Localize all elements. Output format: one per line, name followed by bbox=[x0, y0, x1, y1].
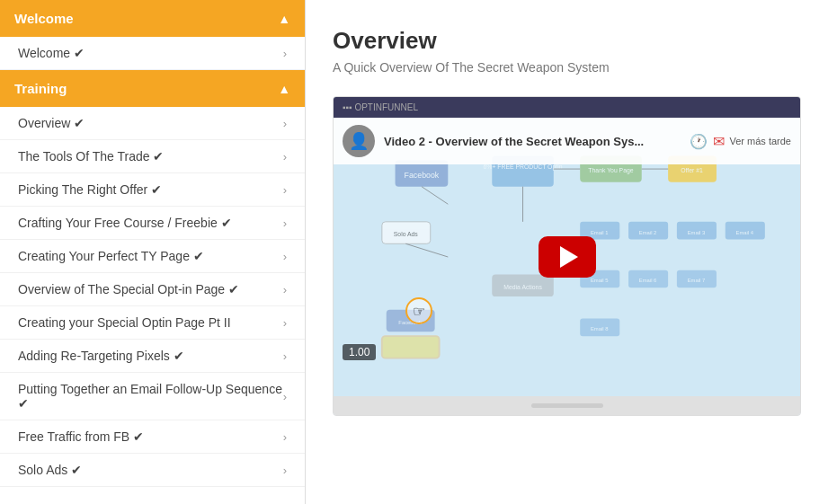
ver-mas-text: Ver más tarde bbox=[730, 136, 791, 146]
svg-line-8 bbox=[405, 243, 448, 257]
menu-item-picking-offer[interactable]: Picking The Right Offer ✔ › bbox=[0, 173, 305, 207]
svg-text:Solo Ads: Solo Ads bbox=[394, 231, 419, 237]
avatar: 👤 bbox=[343, 125, 375, 157]
svg-text:Email 8: Email 8 bbox=[591, 326, 609, 332]
chevron-welcome: › bbox=[283, 47, 287, 60]
menu-item-free-traffic[interactable]: Free Traffic from FB ✔ › bbox=[0, 420, 305, 454]
menu-item-label-special-optin: Overview of The Special Opt-in Page ✔ bbox=[18, 282, 239, 296]
svg-text:6%+ FREE PRODUCT Optin: 6%+ FREE PRODUCT Optin bbox=[484, 164, 563, 171]
menu-item-label-solo-ads: Solo Ads ✔ bbox=[18, 463, 82, 477]
svg-rect-33 bbox=[382, 336, 440, 358]
section-label-training: Training bbox=[14, 81, 67, 96]
chevron-email-sequence: › bbox=[283, 390, 287, 403]
menu-item-label-welcome: Welcome ✔ bbox=[18, 46, 85, 60]
chevron-special-optin-pt2: › bbox=[283, 316, 287, 330]
chevron-retargeting: › bbox=[283, 349, 287, 363]
chevron-overview: › bbox=[283, 117, 287, 130]
page-title: Overview bbox=[333, 27, 801, 55]
video-scrollbar-area bbox=[334, 396, 800, 415]
video-container: ▪▪▪ OPTINFUNNEL Facebook 6%+ FREE PRODUC… bbox=[333, 96, 801, 416]
svg-text:Media Actions: Media Actions bbox=[503, 284, 542, 290]
section-arrow-welcome: ▲ bbox=[278, 12, 290, 26]
sidebar: Welcome ▲ Welcome ✔ › Training ▲ Overvie… bbox=[0, 0, 306, 504]
menu-item-welcome[interactable]: Welcome ✔ › bbox=[0, 37, 305, 70]
scrollbar-thumb bbox=[531, 403, 603, 408]
menu-item-label-free-course: Crafting Your Free Course / Freebie ✔ bbox=[18, 216, 232, 230]
chevron-special-optin: › bbox=[283, 283, 287, 296]
menu-item-special-optin[interactable]: Overview of The Special Opt-in Page ✔ › bbox=[0, 273, 305, 306]
menu-item-label-perfect-page: Creating Your Perfect TY Page ✔ bbox=[18, 249, 204, 263]
play-button[interactable] bbox=[539, 236, 596, 278]
chevron-tools-trade: › bbox=[283, 150, 287, 164]
page-subtitle: A Quick Overview Of The Secret Weapon Sy… bbox=[333, 60, 801, 75]
chevron-free-traffic: › bbox=[283, 430, 287, 444]
video-icons: 🕐 ✉ Ver más tarde bbox=[690, 133, 791, 150]
menu-item-label-picking-offer: Picking The Right Offer ✔ bbox=[18, 182, 162, 197]
menu-item-label-tools-trade: The Tools Of The Trade ✔ bbox=[18, 149, 164, 164]
svg-text:Offer #1: Offer #1 bbox=[681, 167, 703, 173]
gmail-icon: ✉ bbox=[713, 133, 725, 150]
svg-text:Email 4: Email 4 bbox=[736, 230, 754, 235]
menu-item-free-course[interactable]: Crafting Your Free Course / Freebie ✔ › bbox=[0, 207, 305, 240]
svg-text:Email 3: Email 3 bbox=[688, 230, 706, 235]
svg-text:Email 7: Email 7 bbox=[688, 278, 706, 283]
menu-item-solo-ads[interactable]: Solo Ads ✔ › bbox=[0, 454, 305, 487]
section-label-welcome: Welcome bbox=[14, 11, 74, 26]
clock-icon: 🕐 bbox=[690, 133, 708, 150]
svg-line-6 bbox=[422, 187, 448, 205]
svg-text:Email 1: Email 1 bbox=[591, 230, 609, 235]
menu-item-perfect-page[interactable]: Creating Your Perfect TY Page ✔ › bbox=[0, 240, 305, 273]
section-header-welcome[interactable]: Welcome ▲ bbox=[0, 0, 305, 37]
main-content: Overview A Quick Overview Of The Secret … bbox=[306, 0, 828, 504]
menu-item-label-overview: Overview ✔ bbox=[18, 116, 85, 130]
menu-item-label-special-optin-pt2: Creating your Special Optin Page Pt II bbox=[18, 315, 231, 330]
menu-item-special-optin-pt2[interactable]: Creating your Special Optin Page Pt II › bbox=[0, 306, 305, 340]
svg-text:Email 2: Email 2 bbox=[639, 230, 657, 235]
chevron-picking-offer: › bbox=[283, 183, 287, 197]
svg-text:Email 5: Email 5 bbox=[591, 278, 609, 283]
menu-item-retargeting[interactable]: Adding Re-Targeting Pixels ✔ › bbox=[0, 340, 305, 373]
menu-item-label-free-traffic: Free Traffic from FB ✔ bbox=[18, 429, 144, 444]
svg-text:Email 6: Email 6 bbox=[639, 278, 657, 283]
hand-cursor-icon: ☞ bbox=[405, 297, 432, 324]
menu-item-tools-trade[interactable]: The Tools Of The Trade ✔ › bbox=[0, 140, 305, 173]
video-header-overlay: 👤 Video 2 - Overview of the Secret Weapo… bbox=[334, 118, 800, 164]
svg-text:Facebook: Facebook bbox=[405, 171, 440, 180]
timestamp-badge: 1.00 bbox=[343, 344, 376, 360]
chevron-free-course: › bbox=[283, 217, 287, 230]
video-title: Video 2 - Overview of the Secret Weapon … bbox=[384, 135, 681, 148]
menu-item-email-sequence[interactable]: Putting Together an Email Follow-Up Sequ… bbox=[0, 373, 305, 420]
section-header-training[interactable]: Training ▲ bbox=[0, 70, 305, 107]
chevron-solo-ads: › bbox=[283, 464, 287, 477]
menu-item-label-retargeting: Adding Re-Targeting Pixels ✔ bbox=[18, 349, 184, 363]
svg-text:Thank You Page: Thank You Page bbox=[588, 167, 633, 174]
chevron-perfect-page: › bbox=[283, 250, 287, 263]
video-inner[interactable]: Facebook 6%+ FREE PRODUCT Optin Solo Ads… bbox=[334, 118, 800, 396]
video-top-bar: ▪▪▪ OPTINFUNNEL bbox=[334, 97, 800, 118]
menu-item-label-email-sequence: Putting Together an Email Follow-Up Sequ… bbox=[18, 382, 283, 411]
section-arrow-training: ▲ bbox=[278, 82, 290, 96]
menu-item-overview[interactable]: Overview ✔ › bbox=[0, 107, 305, 140]
video-bar-text: ▪▪▪ OPTINFUNNEL bbox=[343, 102, 418, 112]
